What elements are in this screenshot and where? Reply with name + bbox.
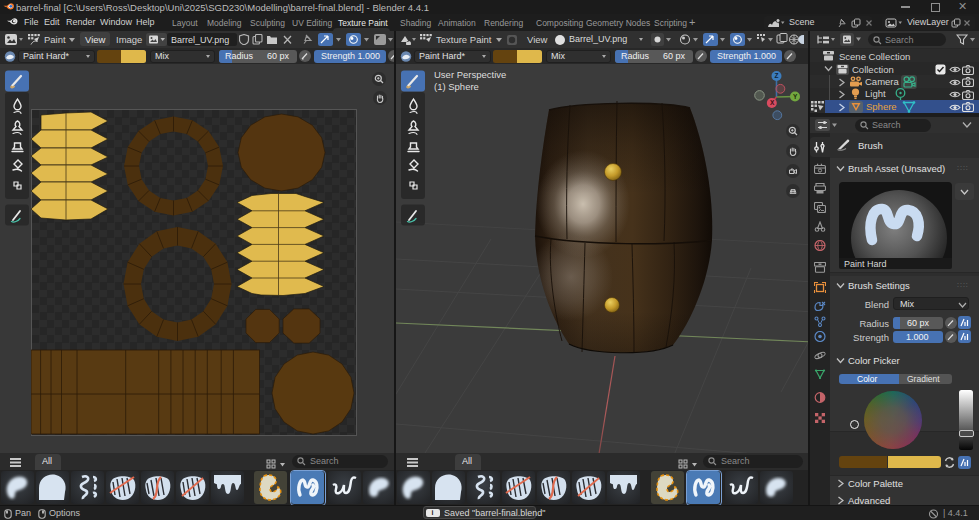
svg-text:Z: Z xyxy=(775,72,779,79)
svg-text:X: X xyxy=(770,99,775,106)
svg-text:Y: Y xyxy=(793,93,798,100)
